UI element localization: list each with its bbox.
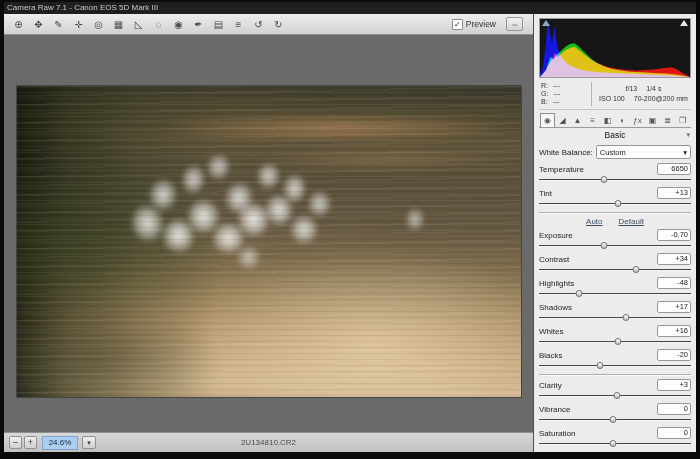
auto-link[interactable]: Auto — [586, 217, 602, 226]
color-sampler-tool-icon[interactable]: ✛ — [72, 19, 85, 30]
clarity-value-field[interactable]: +3 — [657, 379, 691, 391]
shutter-value: 1/4 s — [646, 84, 661, 94]
tint-slider[interactable] — [539, 199, 691, 208]
spot-removal-tool-icon[interactable]: ◌ — [152, 19, 165, 30]
white-balance-label: White Balance: — [539, 148, 593, 157]
highlights-slider[interactable] — [539, 289, 691, 298]
temperature-slider[interactable] — [539, 175, 691, 184]
contrast-slider[interactable] — [539, 265, 691, 274]
white-balance-select[interactable]: Custom ▾ — [596, 145, 691, 159]
clarity-row: Clarity+3 — [539, 379, 691, 391]
tab-tone-curve[interactable]: ◢ — [555, 113, 570, 127]
clarity-slider-thumb[interactable] — [613, 392, 620, 399]
targeted-adjustment-tool-icon[interactable]: ◎ — [92, 19, 105, 30]
tab-lens-corrections[interactable]: ◐ — [615, 113, 630, 127]
blacks-slider-thumb[interactable] — [596, 362, 603, 369]
zoom-in-button[interactable]: + — [24, 436, 37, 449]
r-value: --- — [553, 82, 560, 90]
exposure-value-field[interactable]: -0.70 — [657, 229, 691, 241]
tab-effects[interactable]: ƒx — [630, 113, 645, 127]
default-link[interactable]: Default — [619, 217, 644, 226]
photo-canvas[interactable] — [17, 86, 521, 397]
zoom-tool-icon[interactable]: ⊕ — [12, 19, 25, 30]
contrast-label: Contrast — [539, 255, 569, 264]
temperature-slider-thumb[interactable] — [601, 176, 608, 183]
blacks-value-field[interactable]: -20 — [657, 349, 691, 361]
section-divider — [539, 212, 691, 214]
rgb-readout: R:--- G:--- B:--- — [539, 82, 591, 106]
whites-slider[interactable] — [539, 337, 691, 346]
exif-info: R:--- G:--- B:--- f/13 1/4 s ISO 100 70-… — [539, 81, 691, 110]
white-balance-row: White Balance: Custom ▾ — [539, 145, 691, 159]
whites-slider-thumb[interactable] — [615, 338, 622, 345]
vibrance-slider[interactable] — [539, 415, 691, 424]
rotate-left-icon[interactable]: ↺ — [252, 19, 265, 30]
vibrance-value-field[interactable]: 0 — [657, 403, 691, 415]
zoom-out-button[interactable]: – — [9, 436, 22, 449]
vibrance-slider-thumb[interactable] — [610, 416, 617, 423]
shadows-row: Shadows+17 — [539, 301, 691, 313]
zoom-level-field[interactable]: 24.6% — [42, 436, 78, 450]
title-bar[interactable]: Camera Raw 7.1 - Canon EOS 5D Mark III — [4, 2, 696, 14]
exposure-slider-thumb[interactable] — [601, 242, 608, 249]
contrast-slider-thumb[interactable] — [633, 266, 640, 273]
zoom-controls: – + 24.6% ▾ — [9, 436, 96, 450]
left-pane: ⊕✥✎✛◎▦◺◌◉✒▤≡↺↻ ✓ Preview ⇔ — [4, 14, 534, 452]
temperature-value-field[interactable]: 6650 — [657, 163, 691, 175]
g-label: G: — [541, 90, 548, 98]
preview-checkbox[interactable]: ✓ Preview — [452, 19, 496, 30]
highlights-value-field[interactable]: -48 — [657, 277, 691, 289]
saturation-slider[interactable] — [539, 439, 691, 448]
fullscreen-toggle-button[interactable]: ⇔ — [506, 17, 523, 31]
shadows-slider[interactable] — [539, 313, 691, 322]
preferences-icon[interactable]: ≡ — [232, 19, 245, 30]
contrast-row: Contrast+34 — [539, 253, 691, 265]
exposure-row: Exposure-0.70 — [539, 229, 691, 241]
highlights-slider-thumb[interactable] — [575, 290, 582, 297]
saturation-row: Saturation0 — [539, 427, 691, 439]
tab-camera-calibration[interactable]: ▣ — [645, 113, 660, 127]
zoom-level-dropdown[interactable]: ▾ — [82, 436, 96, 449]
tint-value-field[interactable]: +13 — [657, 187, 691, 199]
rotate-right-icon[interactable]: ↻ — [272, 19, 285, 30]
toolbar: ⊕✥✎✛◎▦◺◌◉✒▤≡↺↻ ✓ Preview ⇔ — [4, 14, 533, 35]
blacks-label: Blacks — [539, 351, 563, 360]
saturation-slider-thumb[interactable] — [610, 440, 617, 447]
shadows-value-field[interactable]: +17 — [657, 301, 691, 313]
checkbox-check-icon: ✓ — [452, 19, 463, 30]
exposure-slider[interactable] — [539, 241, 691, 250]
adjustment-brush-tool-icon[interactable]: ✒ — [192, 19, 205, 30]
red-eye-tool-icon[interactable]: ◉ — [172, 19, 185, 30]
iso-value: ISO 100 — [599, 94, 625, 104]
graduated-filter-tool-icon[interactable]: ▤ — [212, 19, 225, 30]
tab-presets[interactable]: ≣ — [660, 113, 675, 127]
white-balance-tool-icon[interactable]: ✎ — [52, 19, 65, 30]
straighten-tool-icon[interactable]: ◺ — [132, 19, 145, 30]
panel-menu-icon[interactable]: ▾ — [686, 131, 690, 139]
saturation-value-field[interactable]: 0 — [657, 427, 691, 439]
tab-hsl-grayscale[interactable]: ≡ — [585, 113, 600, 127]
tab-split-toning[interactable]: ◧ — [600, 113, 615, 127]
hand-tool-icon[interactable]: ✥ — [32, 19, 45, 30]
tab-snapshots[interactable]: ❐ — [675, 113, 690, 127]
crop-tool-icon[interactable]: ▦ — [112, 19, 125, 30]
contrast-value-field[interactable]: +34 — [657, 253, 691, 265]
temperature-row: Temperature6650 — [539, 163, 691, 175]
status-bar: 2U134810.CR2 – + 24.6% ▾ — [4, 432, 533, 452]
capture-settings: f/13 1/4 s ISO 100 70-200@200 mm — [591, 82, 691, 106]
tint-slider-thumb[interactable] — [615, 200, 622, 207]
tab-detail[interactable]: ▲ — [570, 113, 585, 127]
window-title: Camera Raw 7.1 - Canon EOS 5D Mark III — [7, 3, 158, 12]
chevron-down-icon: ▾ — [683, 148, 687, 157]
clarity-slider[interactable] — [539, 391, 691, 400]
vibrance-label: Vibrance — [539, 405, 570, 414]
histogram — [539, 18, 691, 78]
whites-value-field[interactable]: +16 — [657, 325, 691, 337]
g-value: --- — [553, 90, 560, 98]
blacks-slider[interactable] — [539, 361, 691, 370]
shadows-slider-thumb[interactable] — [622, 314, 629, 321]
tab-basic[interactable]: ◉ — [540, 113, 555, 127]
exposure-label: Exposure — [539, 231, 573, 240]
highlights-row: Highlights-48 — [539, 277, 691, 289]
panel-header: Basic ▾ — [539, 128, 691, 142]
